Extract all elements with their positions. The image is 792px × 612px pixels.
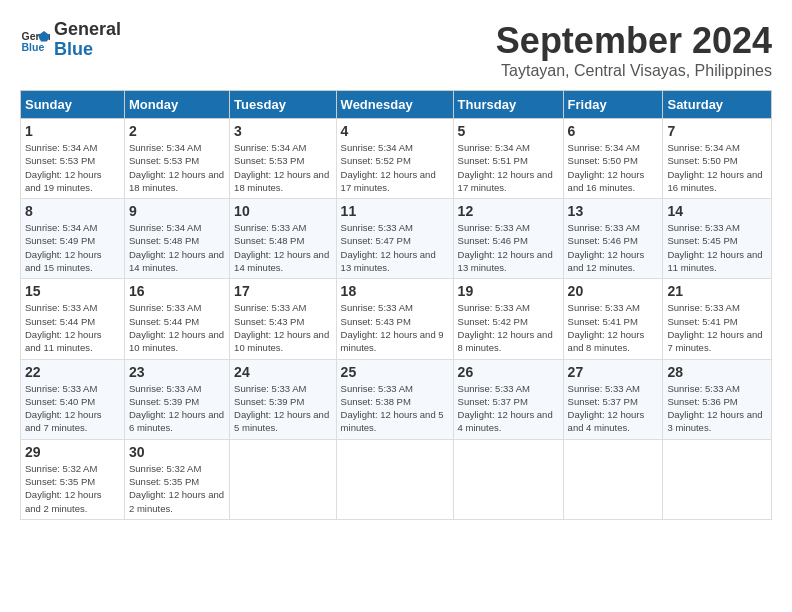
header-saturday: Saturday	[663, 91, 772, 119]
day-cell-13: 13 Sunrise: 5:33 AMSunset: 5:46 PMDaylig…	[563, 199, 663, 279]
day-detail: Sunrise: 5:33 AMSunset: 5:43 PMDaylight:…	[234, 302, 329, 353]
location-title: Taytayan, Central Visayas, Philippines	[496, 62, 772, 80]
day-detail: Sunrise: 5:34 AMSunset: 5:50 PMDaylight:…	[667, 142, 762, 193]
day-detail: Sunrise: 5:33 AMSunset: 5:38 PMDaylight:…	[341, 383, 444, 434]
day-detail: Sunrise: 5:34 AMSunset: 5:48 PMDaylight:…	[129, 222, 224, 273]
week-row-3: 15 Sunrise: 5:33 AMSunset: 5:44 PMDaylig…	[21, 279, 772, 359]
empty-cell	[230, 439, 337, 519]
day-detail: Sunrise: 5:34 AMSunset: 5:51 PMDaylight:…	[458, 142, 553, 193]
day-number: 18	[341, 283, 449, 299]
day-number: 21	[667, 283, 767, 299]
day-number: 11	[341, 203, 449, 219]
header-friday: Friday	[563, 91, 663, 119]
day-cell-8: 8 Sunrise: 5:34 AMSunset: 5:49 PMDayligh…	[21, 199, 125, 279]
day-detail: Sunrise: 5:33 AMSunset: 5:40 PMDaylight:…	[25, 383, 102, 434]
header-row: SundayMondayTuesdayWednesdayThursdayFrid…	[21, 91, 772, 119]
day-cell-17: 17 Sunrise: 5:33 AMSunset: 5:43 PMDaylig…	[230, 279, 337, 359]
day-number: 29	[25, 444, 120, 460]
day-cell-26: 26 Sunrise: 5:33 AMSunset: 5:37 PMDaylig…	[453, 359, 563, 439]
day-cell-12: 12 Sunrise: 5:33 AMSunset: 5:46 PMDaylig…	[453, 199, 563, 279]
day-cell-15: 15 Sunrise: 5:33 AMSunset: 5:44 PMDaylig…	[21, 279, 125, 359]
day-number: 1	[25, 123, 120, 139]
day-detail: Sunrise: 5:34 AMSunset: 5:49 PMDaylight:…	[25, 222, 102, 273]
day-detail: Sunrise: 5:33 AMSunset: 5:44 PMDaylight:…	[25, 302, 102, 353]
day-detail: Sunrise: 5:33 AMSunset: 5:41 PMDaylight:…	[667, 302, 762, 353]
day-cell-28: 28 Sunrise: 5:33 AMSunset: 5:36 PMDaylig…	[663, 359, 772, 439]
day-cell-10: 10 Sunrise: 5:33 AMSunset: 5:48 PMDaylig…	[230, 199, 337, 279]
day-number: 23	[129, 364, 225, 380]
day-detail: Sunrise: 5:33 AMSunset: 5:36 PMDaylight:…	[667, 383, 762, 434]
title-section: September 2024 Taytayan, Central Visayas…	[496, 20, 772, 80]
day-cell-21: 21 Sunrise: 5:33 AMSunset: 5:41 PMDaylig…	[663, 279, 772, 359]
day-number: 4	[341, 123, 449, 139]
day-number: 19	[458, 283, 559, 299]
day-cell-6: 6 Sunrise: 5:34 AMSunset: 5:50 PMDayligh…	[563, 119, 663, 199]
day-detail: Sunrise: 5:33 AMSunset: 5:46 PMDaylight:…	[458, 222, 553, 273]
day-cell-3: 3 Sunrise: 5:34 AMSunset: 5:53 PMDayligh…	[230, 119, 337, 199]
day-detail: Sunrise: 5:33 AMSunset: 5:37 PMDaylight:…	[458, 383, 553, 434]
day-cell-18: 18 Sunrise: 5:33 AMSunset: 5:43 PMDaylig…	[336, 279, 453, 359]
page-header: General Blue General Blue September 2024…	[20, 20, 772, 80]
logo-icon: General Blue	[20, 25, 50, 55]
day-detail: Sunrise: 5:32 AMSunset: 5:35 PMDaylight:…	[129, 463, 224, 514]
day-cell-27: 27 Sunrise: 5:33 AMSunset: 5:37 PMDaylig…	[563, 359, 663, 439]
day-detail: Sunrise: 5:33 AMSunset: 5:44 PMDaylight:…	[129, 302, 224, 353]
day-number: 9	[129, 203, 225, 219]
day-detail: Sunrise: 5:33 AMSunset: 5:46 PMDaylight:…	[568, 222, 645, 273]
day-number: 3	[234, 123, 332, 139]
day-detail: Sunrise: 5:33 AMSunset: 5:43 PMDaylight:…	[341, 302, 444, 353]
header-monday: Monday	[125, 91, 230, 119]
header-wednesday: Wednesday	[336, 91, 453, 119]
logo: General Blue General Blue	[20, 20, 121, 60]
day-detail: Sunrise: 5:33 AMSunset: 5:47 PMDaylight:…	[341, 222, 436, 273]
week-row-4: 22 Sunrise: 5:33 AMSunset: 5:40 PMDaylig…	[21, 359, 772, 439]
day-detail: Sunrise: 5:34 AMSunset: 5:52 PMDaylight:…	[341, 142, 436, 193]
day-cell-9: 9 Sunrise: 5:34 AMSunset: 5:48 PMDayligh…	[125, 199, 230, 279]
day-cell-2: 2 Sunrise: 5:34 AMSunset: 5:53 PMDayligh…	[125, 119, 230, 199]
day-detail: Sunrise: 5:33 AMSunset: 5:39 PMDaylight:…	[129, 383, 224, 434]
day-number: 17	[234, 283, 332, 299]
week-row-5: 29 Sunrise: 5:32 AMSunset: 5:35 PMDaylig…	[21, 439, 772, 519]
day-number: 26	[458, 364, 559, 380]
day-number: 30	[129, 444, 225, 460]
day-cell-23: 23 Sunrise: 5:33 AMSunset: 5:39 PMDaylig…	[125, 359, 230, 439]
header-sunday: Sunday	[21, 91, 125, 119]
day-detail: Sunrise: 5:34 AMSunset: 5:53 PMDaylight:…	[25, 142, 102, 193]
day-number: 2	[129, 123, 225, 139]
day-cell-24: 24 Sunrise: 5:33 AMSunset: 5:39 PMDaylig…	[230, 359, 337, 439]
day-cell-14: 14 Sunrise: 5:33 AMSunset: 5:45 PMDaylig…	[663, 199, 772, 279]
day-cell-30: 30 Sunrise: 5:32 AMSunset: 5:35 PMDaylig…	[125, 439, 230, 519]
day-detail: Sunrise: 5:33 AMSunset: 5:45 PMDaylight:…	[667, 222, 762, 273]
day-number: 12	[458, 203, 559, 219]
day-cell-4: 4 Sunrise: 5:34 AMSunset: 5:52 PMDayligh…	[336, 119, 453, 199]
day-cell-5: 5 Sunrise: 5:34 AMSunset: 5:51 PMDayligh…	[453, 119, 563, 199]
day-detail: Sunrise: 5:34 AMSunset: 5:53 PMDaylight:…	[234, 142, 329, 193]
week-row-2: 8 Sunrise: 5:34 AMSunset: 5:49 PMDayligh…	[21, 199, 772, 279]
day-number: 24	[234, 364, 332, 380]
day-number: 5	[458, 123, 559, 139]
day-cell-16: 16 Sunrise: 5:33 AMSunset: 5:44 PMDaylig…	[125, 279, 230, 359]
header-thursday: Thursday	[453, 91, 563, 119]
day-cell-19: 19 Sunrise: 5:33 AMSunset: 5:42 PMDaylig…	[453, 279, 563, 359]
day-number: 20	[568, 283, 659, 299]
day-number: 14	[667, 203, 767, 219]
day-number: 28	[667, 364, 767, 380]
day-number: 25	[341, 364, 449, 380]
day-cell-20: 20 Sunrise: 5:33 AMSunset: 5:41 PMDaylig…	[563, 279, 663, 359]
empty-cell	[336, 439, 453, 519]
day-number: 27	[568, 364, 659, 380]
empty-cell	[453, 439, 563, 519]
day-detail: Sunrise: 5:34 AMSunset: 5:50 PMDaylight:…	[568, 142, 645, 193]
day-number: 6	[568, 123, 659, 139]
day-number: 10	[234, 203, 332, 219]
day-detail: Sunrise: 5:33 AMSunset: 5:41 PMDaylight:…	[568, 302, 645, 353]
day-cell-25: 25 Sunrise: 5:33 AMSunset: 5:38 PMDaylig…	[336, 359, 453, 439]
day-number: 13	[568, 203, 659, 219]
logo-text: General Blue	[54, 20, 121, 60]
day-cell-29: 29 Sunrise: 5:32 AMSunset: 5:35 PMDaylig…	[21, 439, 125, 519]
day-detail: Sunrise: 5:33 AMSunset: 5:39 PMDaylight:…	[234, 383, 329, 434]
day-number: 7	[667, 123, 767, 139]
day-detail: Sunrise: 5:33 AMSunset: 5:42 PMDaylight:…	[458, 302, 553, 353]
day-cell-7: 7 Sunrise: 5:34 AMSunset: 5:50 PMDayligh…	[663, 119, 772, 199]
day-cell-1: 1 Sunrise: 5:34 AMSunset: 5:53 PMDayligh…	[21, 119, 125, 199]
